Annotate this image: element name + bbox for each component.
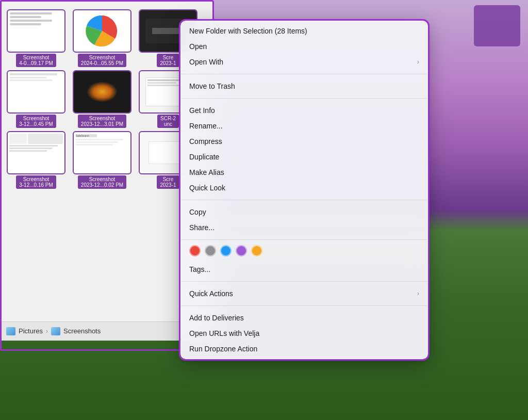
- file-label: Screenshot3-12...0.45 PM: [16, 115, 56, 128]
- tag-gray[interactable]: [205, 245, 216, 256]
- tags-color-row: [181, 242, 427, 260]
- compress-menu-item[interactable]: Compress: [181, 134, 427, 149]
- context-menu: New Folder with Selection (28 Items) Ope…: [180, 21, 428, 359]
- open-menu-item[interactable]: Open: [181, 39, 427, 54]
- open-urls-velja-menu-item[interactable]: Open URLs with Velja: [181, 326, 427, 341]
- file-label: Screenshot4-0...09.17 PM: [16, 54, 56, 67]
- menu-section-5: Tags...: [181, 260, 427, 279]
- file-label: Screenshot2024-0...05.55 PM: [78, 54, 126, 67]
- file-thumbnail: SafeSearch: [74, 132, 130, 173]
- file-label: Screenshot3-12...0.16 PM: [16, 175, 56, 189]
- chevron-right-icon: ›: [417, 58, 419, 66]
- folder-icon: [6, 327, 15, 335]
- menu-section-2: Move to Trash: [181, 76, 427, 96]
- file-thumbnail: [8, 71, 64, 112]
- open-with-menu-item[interactable]: Open With ›: [181, 54, 427, 70]
- quick-look-menu-item[interactable]: Quick Look: [181, 180, 427, 196]
- file-thumbnail: [74, 71, 130, 112]
- file-thumbnail: [8, 132, 64, 173]
- run-dropzone-menu-item[interactable]: Run Dropzone Action: [181, 341, 427, 357]
- menu-divider-5: [181, 281, 427, 282]
- copy-menu-item[interactable]: Copy: [181, 204, 427, 220]
- move-to-trash-menu-item[interactable]: Move to Trash: [181, 78, 427, 94]
- tag-red[interactable]: [189, 245, 201, 256]
- breadcrumb-separator: ›: [46, 328, 48, 335]
- menu-section-1: New Folder with Selection (28 Items) Ope…: [181, 21, 427, 72]
- tags-menu-item[interactable]: Tags...: [181, 262, 427, 277]
- menu-section-6: Quick Actions ›: [181, 284, 427, 303]
- menu-section-3: Get Info Rename... Compress Duplicate Ma…: [181, 101, 427, 198]
- tag-blue[interactable]: [220, 245, 232, 256]
- file-label: Scre2023-1: [157, 175, 179, 189]
- add-to-deliveries-menu-item[interactable]: Add to Deliveries: [181, 310, 427, 326]
- breadcrumb-pictures: Pictures: [19, 327, 43, 335]
- list-item[interactable]: Screenshot2023-12...3.01 PM: [71, 71, 133, 128]
- breadcrumb-screenshots: Screenshots: [63, 327, 101, 335]
- menu-divider-4: [181, 239, 427, 240]
- file-thumbnail: [74, 10, 130, 52]
- menu-divider-6: [181, 305, 427, 306]
- new-folder-with-selection-menu-item[interactable]: New Folder with Selection (28 Items): [181, 23, 427, 39]
- menu-divider-2: [181, 98, 427, 99]
- list-item[interactable]: Screenshot2024-0...05.55 PM: [71, 10, 133, 67]
- tag-purple[interactable]: [236, 245, 247, 256]
- quick-actions-menu-item[interactable]: Quick Actions ›: [181, 286, 427, 301]
- share-menu-item[interactable]: Share...: [181, 220, 427, 235]
- file-thumbnail: [8, 10, 64, 52]
- desktop-decoration: [474, 5, 520, 46]
- rename-menu-item[interactable]: Rename...: [181, 118, 427, 134]
- duplicate-menu-item[interactable]: Duplicate: [181, 149, 427, 165]
- menu-section-4: Copy Share...: [181, 202, 427, 237]
- file-label: Screenshot2023-12...0.02 PM: [78, 175, 126, 189]
- file-label: Scre2023-1: [157, 54, 179, 67]
- folder-icon-2: [51, 327, 60, 335]
- make-alias-menu-item[interactable]: Make Alias: [181, 165, 427, 180]
- list-item[interactable]: Screenshot4-0...09.17 PM: [5, 10, 67, 67]
- menu-section-7: Add to Deliveries Open URLs with Velja R…: [181, 308, 427, 359]
- list-item[interactable]: Screenshot3-12...0.45 PM: [5, 71, 67, 128]
- menu-divider-3: [181, 200, 427, 200]
- menu-divider-1: [181, 74, 427, 74]
- chevron-right-icon-2: ›: [417, 290, 419, 297]
- file-label: Screenshot2023-12...3.01 PM: [78, 115, 126, 128]
- file-label: SCR-2unc: [157, 115, 179, 128]
- tag-yellow[interactable]: [251, 245, 262, 256]
- get-info-menu-item[interactable]: Get Info: [181, 103, 427, 118]
- list-item[interactable]: SafeSearch Screenshot2023-12...0.02 PM: [71, 132, 133, 189]
- list-item[interactable]: Screenshot3-12...0.16 PM: [5, 132, 67, 189]
